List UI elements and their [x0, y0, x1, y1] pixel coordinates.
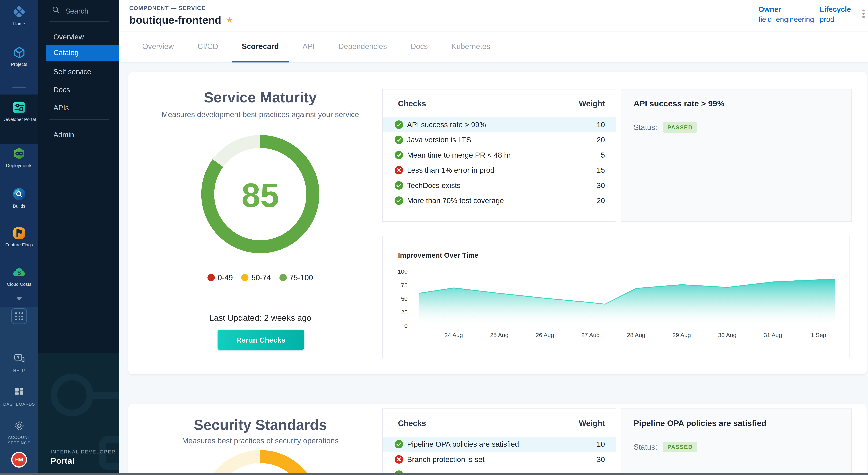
rail-item-deployments[interactable]: Deployments: [0, 146, 38, 169]
rail-item-builds[interactable]: Builds: [0, 187, 38, 209]
app-root: Home Projects Developer Portal Deploymen…: [0, 0, 868, 475]
check-passed-icon: [395, 440, 403, 449]
developer-portal-icon: [12, 100, 26, 115]
sidebar-item-admin[interactable]: Admin: [38, 127, 119, 143]
check-failed-icon: [395, 455, 403, 464]
owner-value[interactable]: field_engineering: [758, 15, 814, 24]
check-row-mean-time-to-merge-pr-48-hr[interactable]: Mean time to merge PR < 48 hr 5: [383, 147, 616, 162]
svg-text:1 Sep: 1 Sep: [811, 332, 826, 338]
feature-flags-icon: [12, 226, 26, 240]
check-detail-title: API success rate > 99%: [633, 99, 839, 108]
rerun-checks-button[interactable]: Rerun Checks: [218, 330, 304, 350]
rail-item-home[interactable]: Home: [0, 4, 38, 27]
tab-docs[interactable]: Docs: [400, 31, 438, 62]
favorite-star-icon[interactable]: ★: [226, 14, 234, 24]
entity-kind: COMPONENT — SERVICE: [129, 5, 206, 11]
sidebar-search[interactable]: Search: [52, 5, 88, 16]
check-row-more-than-70-test-coverage[interactable]: More than 70% test coverage 20: [383, 193, 616, 208]
home-icon: [12, 4, 26, 19]
account-settings-icon: [12, 418, 26, 433]
improvement-area-chart: 025507510024 Aug25 Aug26 Aug27 Aug28 Aug…: [383, 236, 850, 359]
scorecard-security-standards: Security Standards Measures best practic…: [128, 404, 867, 475]
legend-dot-icon: [241, 274, 249, 281]
scorecard-title: Service Maturity: [128, 89, 392, 106]
rail-item-help[interactable]: ? HELP: [0, 351, 38, 374]
svg-text:75: 75: [401, 282, 408, 289]
scorecard-subtitle: Measures best practices of security oper…: [128, 437, 392, 445]
status-label: Status:: [633, 123, 657, 132]
legend-dot-icon: [279, 274, 287, 281]
checks-table: Checks Weight Pipeline OPA policies are …: [382, 409, 616, 475]
dashboards-icon: [12, 385, 26, 399]
tab-scorecard[interactable]: Scorecard: [231, 31, 289, 62]
status-badge: PASSED: [663, 122, 697, 133]
sidebar-item-catalog[interactable]: Catalog: [46, 45, 119, 61]
scorecard-title: Security Standards: [128, 416, 392, 434]
check-detail-panel: API success rate > 99% Status: PASSED: [621, 89, 852, 222]
svg-text:100: 100: [398, 268, 408, 275]
legend-dot-icon: [208, 274, 215, 281]
search-label: Search: [65, 6, 88, 15]
rail-item-developer-portal[interactable]: Developer Portal: [0, 94, 38, 144]
svg-text:24 Aug: 24 Aug: [444, 332, 463, 338]
tab-api[interactable]: API: [292, 31, 325, 62]
weight-column-header: Weight: [579, 99, 605, 108]
rail-item-feature-flags[interactable]: Feature Flags: [0, 226, 38, 248]
tab-kubernetes[interactable]: Kubernetes: [441, 31, 500, 62]
avatar[interactable]: HM: [11, 452, 27, 468]
check-detail-title: Pipeline OPA policies are satisfied: [633, 419, 839, 427]
tab-overview[interactable]: Overview: [132, 31, 184, 62]
sidebar-divider-2: [50, 119, 109, 120]
status-badge: PASSED: [663, 442, 697, 452]
check-row-techdocs-exists[interactable]: TechDocs exists 30: [383, 178, 616, 193]
page-title: boutique-frontend★: [129, 14, 233, 26]
checks-table: Checks Weight API success rate > 99% 10 …: [382, 89, 616, 222]
check-passed-icon: [395, 196, 403, 205]
rail-item-dashboards[interactable]: DASHBOARDS: [0, 385, 38, 408]
check-row-java-version-is-lts[interactable]: Java version is LTS 20: [383, 132, 616, 147]
tab-dependencies[interactable]: Dependencies: [328, 31, 397, 62]
module-switcher-button[interactable]: [11, 308, 27, 324]
lifecycle-value: prod: [820, 15, 834, 24]
checks-rows: Pipeline OPA policies are satisfied 10 B…: [383, 437, 616, 475]
rail-divider: [12, 87, 26, 88]
last-updated: Last Updated: 2 weeks ago: [128, 313, 392, 323]
rail-item-projects[interactable]: Projects: [0, 45, 38, 67]
check-detail-panel: Pipeline OPA policies are satisfied Stat…: [621, 409, 852, 475]
check-row-pipeline-opa-policies-are-satisfied[interactable]: Pipeline OPA policies are satisfied 10: [383, 437, 616, 452]
builds-icon: [12, 187, 26, 201]
sidebar-item-apis[interactable]: APIs: [38, 100, 119, 116]
svg-text:?: ?: [17, 355, 20, 360]
check-row-less-than-1-error-in-prod[interactable]: Less than 1% error in prod 15: [383, 162, 616, 178]
legend-item-0-49: 0-49: [208, 273, 233, 282]
projects-icon: [12, 45, 26, 60]
svg-text:25 Aug: 25 Aug: [490, 332, 508, 338]
sidebar-item-self-service[interactable]: Self service: [38, 64, 119, 80]
check-row-branch-protection-is-set[interactable]: Branch protection is set 30: [383, 452, 616, 467]
content: Service Maturity Measures development be…: [119, 63, 868, 475]
page-header: COMPONENT — SERVICE boutique-frontend★ O…: [119, 0, 868, 31]
horizontal-scrollbar[interactable]: [0, 473, 868, 475]
rail-item-account-settings[interactable]: ACCOUNT SETTINGS: [0, 418, 38, 446]
chevron-down-icon[interactable]: [16, 297, 22, 303]
check-row-api-success-rate-99-[interactable]: API success rate > 99% 10: [383, 117, 616, 132]
owner-label: Owner: [758, 4, 814, 14]
search-icon: [52, 5, 60, 16]
kebab-menu[interactable]: [859, 9, 868, 22]
sidebar-item-docs[interactable]: Docs: [38, 82, 119, 98]
module-rail: Home Projects Developer Portal Deploymen…: [0, 0, 38, 475]
lifecycle-label: Lifecycle: [820, 4, 851, 14]
check-failed-icon: [395, 166, 403, 174]
legend-item-75-100: 75-100: [279, 273, 313, 282]
rail-item-cloud-costs[interactable]: $ Cloud Costs: [0, 265, 38, 288]
score-gauge: [201, 450, 319, 475]
tab-ci-cd[interactable]: CI/CD: [187, 31, 228, 62]
sidebar-item-overview[interactable]: Overview: [38, 29, 119, 45]
svg-text:0: 0: [404, 323, 408, 329]
check-passed-icon: [395, 136, 403, 144]
checks-column-header: Checks: [398, 99, 426, 108]
scorecard-subtitle: Measures development best practices agai…: [128, 110, 392, 119]
weight-column-header: Weight: [579, 419, 605, 427]
improvement-chart-card: Improvement Over Time 025507510024 Aug25…: [382, 236, 850, 358]
owner-field[interactable]: Owner field_engineering: [758, 4, 814, 25]
